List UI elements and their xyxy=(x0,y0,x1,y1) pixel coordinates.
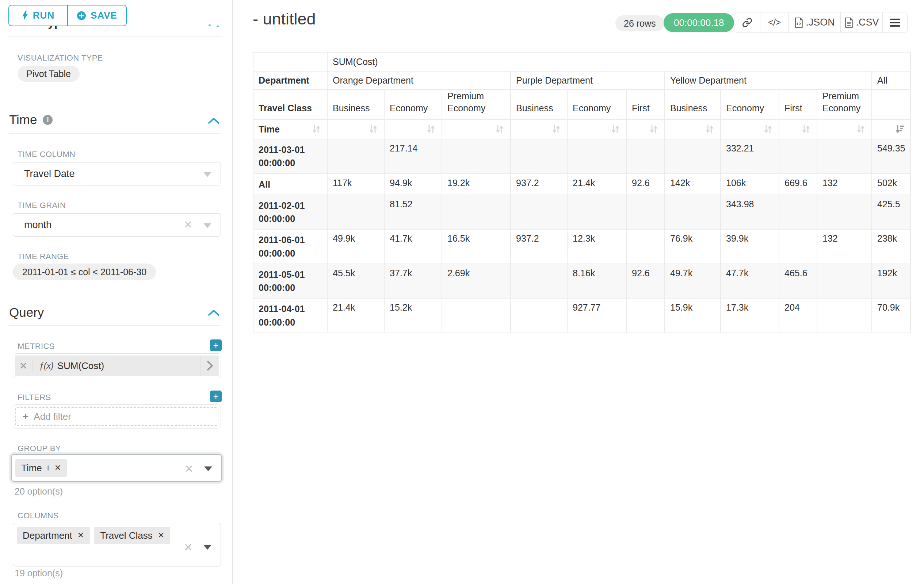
run-button[interactable]: RUN xyxy=(9,5,68,26)
metric-control: ✕ ƒ(x) SUM(Cost) xyxy=(13,353,221,378)
pivot-value-cell: 669.6 xyxy=(779,174,817,195)
column-sort-button[interactable] xyxy=(779,119,817,139)
column-sort-button[interactable] xyxy=(442,119,511,139)
collapse-chevron-up-icon[interactable] xyxy=(208,309,220,317)
pivot-value-cell xyxy=(626,298,665,333)
pivot-value-cell: 8.16k xyxy=(567,264,626,299)
chart-title[interactable]: - untitled xyxy=(253,10,316,28)
pivot-value-cell: 47.7k xyxy=(721,264,779,299)
remove-metric-icon[interactable]: ✕ xyxy=(15,360,33,372)
export-json-button[interactable]: .JSON xyxy=(788,12,840,33)
link-icon xyxy=(742,18,752,28)
column-sort-button[interactable] xyxy=(817,119,872,139)
clear-icon[interactable]: ✕ xyxy=(184,542,193,553)
pivot-value-cell: 70.9k xyxy=(872,298,911,333)
columns-chip[interactable]: Department ✕ xyxy=(17,527,90,544)
group-by-select[interactable]: Time i ✕ ✕ xyxy=(11,454,222,482)
add-metric-button[interactable]: + xyxy=(210,339,222,351)
pivot-travel-class-axis-label: Travel Class xyxy=(253,89,327,119)
remove-chip-icon[interactable]: ✕ xyxy=(54,463,61,473)
pivot-value-cell: 15.9k xyxy=(665,298,721,333)
column-sort-button[interactable] xyxy=(665,119,721,139)
remove-chip-icon[interactable]: ✕ xyxy=(158,531,164,540)
pivot-travel-class-header: Economy xyxy=(384,89,442,119)
column-sort-button[interactable] xyxy=(511,119,567,139)
share-link-button[interactable] xyxy=(734,12,760,33)
column-sort-button[interactable] xyxy=(721,119,779,139)
time-grain-select[interactable]: month ✕ xyxy=(13,213,221,237)
pivot-value-cell: 106k xyxy=(721,174,779,195)
clear-icon[interactable]: ✕ xyxy=(184,219,193,230)
time-range-pill[interactable]: 2011-01-01 ≤ col < 2011-06-30 xyxy=(13,263,156,280)
collapse-chevron-up-icon[interactable] xyxy=(208,117,220,125)
pivot-value-cell: 132 xyxy=(817,229,872,264)
run-save-button-group: RUN SAVE xyxy=(8,5,127,26)
pivot-value-cell: 15.2k xyxy=(384,298,442,333)
remove-chip-icon[interactable]: ✕ xyxy=(78,531,84,540)
sort-icon xyxy=(494,124,505,135)
pivot-value-cell: 927.77 xyxy=(567,298,626,333)
add-filter-plus-button[interactable]: + xyxy=(210,391,222,402)
pivot-value-cell: 12.3k xyxy=(567,229,626,264)
column-sort-button[interactable] xyxy=(567,119,626,139)
section-divider xyxy=(9,133,221,133)
sort-icon xyxy=(610,124,621,135)
control-panel: Chart Type RUN SAVE VISUALIZATION TYPE P xyxy=(0,0,233,584)
explore-view: Chart Type RUN SAVE VISUALIZATION TYPE P xyxy=(0,0,924,584)
time-range-label: TIME RANGE xyxy=(18,252,69,262)
pivot-value-cell: 37.7k xyxy=(384,264,442,299)
column-info-icon: i xyxy=(47,463,49,473)
pivot-travel-class-header: Economy xyxy=(567,89,626,119)
pivot-value-cell: 39.9k xyxy=(721,229,779,264)
export-csv-button[interactable]: .CSV xyxy=(840,12,882,33)
pivot-table: SUM(Cost)DepartmentOrange DepartmentPurp… xyxy=(253,52,911,333)
caret-down-icon[interactable] xyxy=(203,545,211,550)
plus-circle-icon xyxy=(77,11,86,20)
save-button[interactable]: SAVE xyxy=(68,5,126,26)
pivot-travel-class-header: Business xyxy=(327,89,384,119)
pivot-value-cell: 81.52 xyxy=(384,195,442,230)
group-by-options-hint: 20 option(s) xyxy=(15,486,63,497)
sort-icon xyxy=(762,124,774,135)
pivot-value-cell: 937.2 xyxy=(511,229,567,264)
section-divider xyxy=(7,36,221,37)
view-query-button[interactable]: </> xyxy=(760,12,788,33)
pivot-value-cell: 937.2 xyxy=(511,174,567,195)
columns-chip[interactable]: Travel Class ✕ xyxy=(94,527,170,544)
time-column-select[interactable]: Travel Date xyxy=(13,162,221,186)
clear-icon[interactable]: ✕ xyxy=(185,464,193,474)
pivot-value-cell: 92.6 xyxy=(626,174,665,195)
pivot-value-cell: 41.7k xyxy=(384,229,442,264)
column-sort-button[interactable] xyxy=(327,119,384,139)
metric-chip[interactable]: ✕ ƒ(x) SUM(Cost) xyxy=(15,355,219,376)
columns-label: COLUMNS xyxy=(18,511,59,520)
add-filter-button[interactable]: + Add filter xyxy=(15,407,218,426)
pivot-travel-class-header: Premium Economy xyxy=(817,89,872,119)
visualization-type-label: VISUALIZATION TYPE xyxy=(18,53,103,63)
pivot-value-cell xyxy=(817,298,872,333)
metric-name: SUM(Cost) xyxy=(57,360,104,372)
pivot-department-axis-label: Department xyxy=(253,71,327,89)
pivot-value-cell: 92.6 xyxy=(626,264,665,299)
column-sort-button[interactable] xyxy=(626,119,665,139)
columns-select[interactable]: Department ✕ Travel Class ✕ ✕ xyxy=(13,523,221,566)
pivot-value-cell xyxy=(442,139,511,174)
group-by-chip[interactable]: Time i ✕ xyxy=(15,459,67,477)
more-options-button[interactable] xyxy=(882,12,907,33)
caret-down-icon[interactable] xyxy=(204,466,212,471)
row-sort-button[interactable]: Time xyxy=(253,119,327,139)
column-sort-descending-button[interactable] xyxy=(872,119,911,139)
pivot-travel-class-header: Business xyxy=(665,89,721,119)
expand-metric-button[interactable] xyxy=(201,355,219,376)
pivot-value-cell: 45.5k xyxy=(327,264,384,299)
columns-options-hint: 19 option(s) xyxy=(15,568,63,579)
pivot-value-cell xyxy=(626,195,665,230)
visualization-type-pill[interactable]: Pivot Table xyxy=(18,66,79,82)
pivot-value-cell: 502k xyxy=(872,174,911,195)
pivot-value-cell xyxy=(665,195,721,230)
query-section-title: Query xyxy=(9,305,44,320)
pivot-value-cell xyxy=(442,195,511,230)
code-icon: </> xyxy=(768,17,781,28)
column-sort-button[interactable] xyxy=(384,119,442,139)
pivot-value-cell xyxy=(779,195,817,230)
